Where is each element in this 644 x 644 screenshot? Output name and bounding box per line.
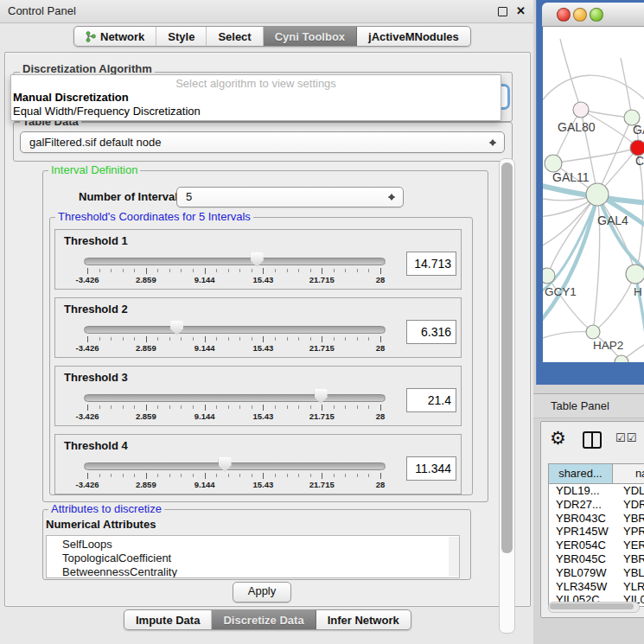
- checkbox-icons[interactable]: ☑☑: [615, 431, 637, 444]
- network-edge[interactable]: [635, 156, 643, 274]
- tab-label: jActiveMNodules: [368, 30, 459, 43]
- algorithm-item-equal-width[interactable]: Equal Width/Frequency Discretization: [13, 105, 201, 118]
- threshold-value-field[interactable]: 14.713: [406, 252, 456, 276]
- window-close-button-icon[interactable]: [557, 8, 571, 22]
- network-edge[interactable]: [553, 148, 638, 163]
- cell-name: YDR2: [618, 498, 644, 512]
- numerical-attributes-listbox[interactable]: SelfLoopsTopologicalCoefficientBetweenne…: [46, 535, 460, 578]
- table-panel-header: Table Panel: [533, 393, 644, 418]
- network-node[interactable]: [573, 102, 589, 118]
- network-node[interactable]: [545, 155, 562, 172]
- network-node[interactable]: [615, 355, 628, 362]
- network-node-label: HAP2: [593, 339, 623, 352]
- threshold-label: Threshold 2: [64, 303, 128, 316]
- network-edge-thick[interactable]: [543, 194, 597, 324]
- apply-button[interactable]: Apply: [233, 582, 291, 603]
- tab-network[interactable]: Network: [74, 27, 156, 46]
- numerical-attributes-label: Numerical Attributes: [46, 518, 156, 531]
- table-row[interactable]: YBL079WYBL0: [549, 566, 644, 580]
- float-window-icon[interactable]: [498, 7, 507, 16]
- slider-ticks: [87, 336, 380, 343]
- algorithm-prompt-item[interactable]: Select algorithm to view settings: [11, 77, 501, 90]
- threshold-value-field[interactable]: 6.316: [406, 320, 456, 344]
- cell-shared-name: YBR045C: [549, 552, 618, 566]
- network-node-label: GA: [633, 123, 644, 137]
- network-node[interactable]: [543, 268, 555, 284]
- table-hscrollbar[interactable]: [548, 602, 640, 613]
- network-edge[interactable]: [560, 39, 581, 110]
- slider-ticks: [87, 405, 380, 411]
- cell-shared-name: YER054C: [549, 539, 618, 552]
- tab-cyni-toolbox[interactable]: Cyni Toolbox: [264, 27, 357, 46]
- window-minimize-button-icon[interactable]: [573, 8, 587, 22]
- scrollbar-thumb[interactable]: [550, 603, 634, 609]
- table-row[interactable]: YBR043CYBR0: [549, 512, 644, 526]
- network-node[interactable]: [586, 183, 609, 206]
- algorithm-item-manual[interactable]: Manual Discretization: [13, 91, 129, 104]
- threshold-value-field[interactable]: 11.344: [406, 456, 456, 481]
- slider-scale-labels: -3.4262.8599.14415.4321.71528: [87, 275, 380, 285]
- network-node[interactable]: [586, 325, 600, 339]
- column-header-shared-name[interactable]: shared...: [549, 464, 613, 483]
- scrollbar-thumb[interactable]: [501, 163, 513, 553]
- network-node[interactable]: [626, 265, 644, 284]
- threshold-value-field[interactable]: 21.4: [406, 388, 456, 412]
- threshold-label: Threshold 3: [64, 371, 128, 384]
- network-window-titlebar[interactable]: [542, 3, 644, 27]
- settings-scrollbar[interactable]: [499, 158, 515, 634]
- gear-icon[interactable]: ⚙: [550, 429, 566, 448]
- table-row[interactable]: YLR345WYLR3: [549, 580, 644, 594]
- table-data-value: galFiltered.sif default node: [29, 136, 161, 149]
- table-row[interactable]: YBR045CYBR0: [549, 552, 644, 566]
- column-header-name[interactable]: na: [613, 464, 644, 483]
- number-of-intervals-combobox[interactable]: 5: [176, 187, 404, 207]
- attribute-list-item[interactable]: BetweennessCentrality: [62, 565, 459, 578]
- attribute-list-item[interactable]: SelfLoops: [62, 538, 459, 552]
- scrollbar-thumb[interactable]: [449, 537, 459, 571]
- window-zoom-button-icon[interactable]: [590, 8, 603, 22]
- tab-select[interactable]: Select: [207, 27, 263, 46]
- table-row[interactable]: YDL19...YDL1: [549, 484, 644, 498]
- slider-track[interactable]: [84, 258, 386, 265]
- close-icon[interactable]: ✕: [516, 4, 526, 17]
- table-row[interactable]: YER054CYER0: [549, 539, 644, 552]
- cell-name: YBR0: [618, 552, 644, 566]
- slider-track[interactable]: [84, 462, 386, 470]
- network-edge[interactable]: [543, 332, 593, 340]
- tab-style[interactable]: Style: [156, 27, 207, 46]
- slider-track[interactable]: [84, 394, 386, 402]
- network-edge[interactable]: [547, 194, 597, 276]
- top-tab-bar: Network Style Select Cyni Toolbox jActiv…: [73, 26, 471, 47]
- table-row[interactable]: YPR145WYPR1: [549, 525, 644, 539]
- attributes-scrollbar[interactable]: [449, 537, 459, 577]
- node-table: shared... na YDL19...YDL1YDR27...YDR2YBR…: [548, 463, 644, 607]
- thresholds-list: Threshold 1-3.4262.8599.14415.4321.71528…: [54, 229, 467, 502]
- threshold-panel: Threshold 3-3.4262.8599.14415.4321.71528…: [54, 366, 462, 426]
- algorithm-dropdown-popup: Select algorithm to view settings Manual…: [10, 74, 501, 121]
- slider-track[interactable]: [84, 326, 386, 334]
- table-data-combobox[interactable]: galFiltered.sif default node: [20, 131, 505, 153]
- cell-shared-name: YBR043C: [549, 512, 618, 526]
- screenshot-root: Control Panel ✕ Network Style Select Cyn…: [0, 0, 644, 644]
- table-row[interactable]: YDR27...YDR2: [549, 498, 644, 512]
- tab-impute-data[interactable]: Impute Data: [124, 610, 212, 629]
- slider-scale-labels: -3.4262.8599.14415.4321.71528: [87, 411, 380, 422]
- tab-label: Cyni Toolbox: [275, 30, 345, 43]
- split-view-icon[interactable]: [583, 431, 602, 449]
- combo-spinner-icon: [489, 136, 498, 150]
- tab-label: Discretize Data: [223, 614, 303, 627]
- tab-jactivemnodules[interactable]: jActiveMNodules: [357, 27, 470, 46]
- tab-infer-network[interactable]: Infer Network: [316, 610, 411, 629]
- network-canvas[interactable]: GAL80GACGAL11GAL4GCY1HHAP2: [543, 27, 644, 362]
- tab-discretize-data[interactable]: Discretize Data: [212, 610, 316, 629]
- cell-shared-name: YBL079W: [549, 566, 618, 580]
- network-node-label: GCY1: [545, 285, 577, 298]
- cell-shared-name: YPR145W: [549, 525, 618, 539]
- network-edge[interactable]: [593, 274, 635, 332]
- cell-shared-name: YDL19...: [549, 484, 618, 498]
- network-node-label: H: [634, 285, 642, 298]
- cell-name: YBR0: [618, 512, 644, 526]
- table-body: YDL19...YDL1YDR27...YDR2YBR043CYBR0YPR14…: [548, 483, 644, 607]
- thresholds-group-label: Threshold's Coordinates for 5 Intervals: [55, 211, 253, 223]
- attribute-list-item[interactable]: TopologicalCoefficient: [62, 552, 459, 565]
